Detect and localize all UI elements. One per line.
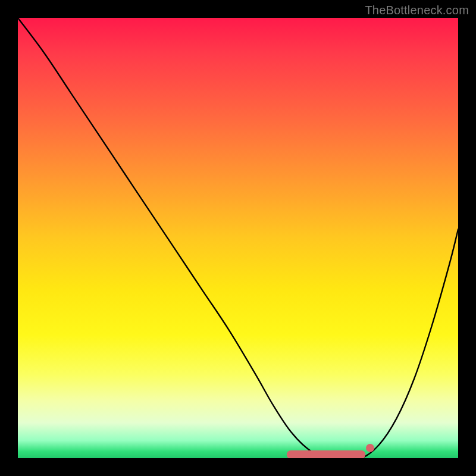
- plot-area: [18, 18, 458, 458]
- end-dot-marker: [366, 444, 374, 452]
- chart-frame: TheBottleneck.com: [0, 0, 476, 476]
- watermark-text: TheBottleneck.com: [365, 4, 469, 17]
- bottleneck-curve: [18, 18, 458, 458]
- curve-layer: [18, 18, 458, 458]
- svg-point-0: [366, 444, 374, 452]
